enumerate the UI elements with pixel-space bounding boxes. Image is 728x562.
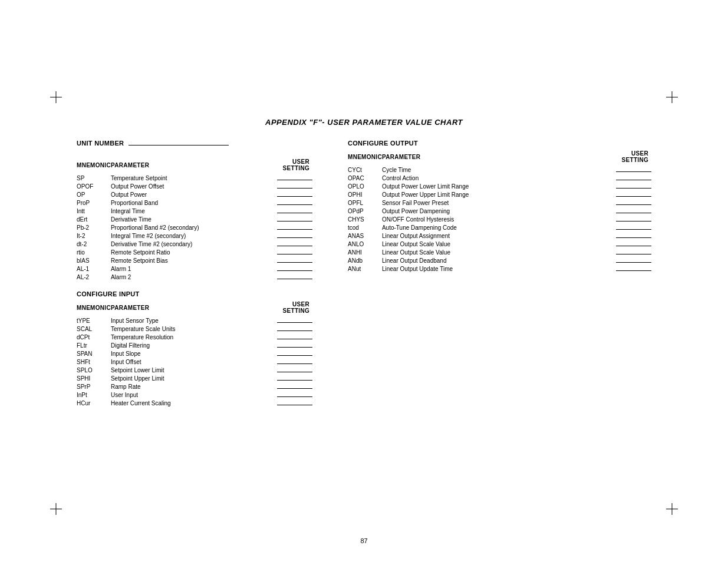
configure-input-section: CONFIGURE INPUT MNEMONIC PARAMETER USER … <box>77 290 312 407</box>
configure-input-title: CONFIGURE INPUT <box>77 290 312 297</box>
crosshair-bottom-left <box>50 503 62 515</box>
mnemonic-cell: SPrP <box>77 382 111 391</box>
parameter-cell: Integral Time <box>111 207 265 215</box>
setting-line <box>277 246 312 246</box>
main-parameter-table: MNEMONIC PARAMETER USER SETTING SP Tempe… <box>77 158 312 281</box>
mnemonic-cell: ProP <box>77 199 111 207</box>
parameter-cell: Output Power Lower Limit Range <box>382 182 604 190</box>
setting-cell <box>265 382 312 391</box>
setting-cell <box>265 349 312 358</box>
parameter-cell: Linear Output Deadband <box>382 256 604 265</box>
parameter-cell: Sensor Fail Power Preset <box>382 199 604 207</box>
setting-cell <box>265 333 312 341</box>
setting-line <box>277 347 312 348</box>
mnemonic-cell: SPAN <box>77 349 111 358</box>
input-table-row: InPt User Input <box>77 391 312 399</box>
output-table-row: tcod Auto-Tune Dampening Code <box>348 223 651 232</box>
setting-line <box>616 213 651 213</box>
main-table-row: OP Output Power <box>77 190 312 199</box>
setting-line <box>277 188 312 189</box>
output-table-row: CYCt Cycle Time <box>348 166 651 174</box>
setting-line <box>616 180 651 180</box>
setting-line <box>277 330 312 331</box>
setting-cell <box>265 174 312 182</box>
setting-line <box>277 196 312 197</box>
setting-cell <box>265 215 312 223</box>
parameter-cell: Output Power Dampening <box>382 207 604 215</box>
setting-cell <box>265 232 312 240</box>
output-table-row: OPdP Output Power Dampening <box>348 207 651 215</box>
parameter-cell: Proportional Band #2 (secondary) <box>111 223 265 232</box>
crosshair-bottom-right <box>666 503 678 515</box>
mnemonic-cell: SPLO <box>77 366 111 374</box>
parameter-cell: Linear Output Scale Value <box>382 248 604 256</box>
output-table-row: ANLO Linear Output Scale Value <box>348 240 651 248</box>
crosshair-top-left <box>50 91 62 103</box>
main-table-row: AL-1 Alarm 1 <box>77 265 312 273</box>
output-table-row: CHYS ON/OFF Control Hysteresis <box>348 215 651 223</box>
setting-line <box>277 405 312 405</box>
mnemonic-cell: Pb-2 <box>77 223 111 232</box>
mnemonic-cell: ANut <box>348 265 382 273</box>
mnemonic-cell: CHYS <box>348 215 382 223</box>
main-table-row: SP Temperature Setpoint <box>77 174 312 182</box>
setting-line <box>616 246 651 246</box>
output-table-row: ANHI Linear Output Scale Value <box>348 248 651 256</box>
mnemonic-cell: ANAS <box>348 232 382 240</box>
page: APPENDIX "F"- USER PARAMETER VALUE CHART… <box>0 0 728 562</box>
input-header-parameter: PARAMETER <box>111 301 265 316</box>
setting-cell <box>265 358 312 366</box>
setting-cell <box>265 256 312 265</box>
setting-cell <box>604 174 651 182</box>
mnemonic-cell: InPt <box>77 391 111 399</box>
mnemonic-cell: SHFt <box>77 358 111 366</box>
main-header-mnemonic: MNEMONIC <box>77 158 111 174</box>
mnemonic-cell: ANHI <box>348 248 382 256</box>
setting-cell <box>265 341 312 349</box>
setting-line <box>277 254 312 254</box>
mnemonic-cell: OP <box>77 190 111 199</box>
input-table-row: FLtr Digital Filtering <box>77 341 312 349</box>
setting-line <box>277 396 312 397</box>
main-table-row: Pb-2 Proportional Band #2 (secondary) <box>77 223 312 232</box>
mnemonic-cell: dt-2 <box>77 240 111 248</box>
main-table-row: rtio Remote Setpoint Ratio <box>77 248 312 256</box>
setting-cell <box>604 256 651 265</box>
main-table-row: OPOF Output Power Offset <box>77 182 312 190</box>
parameter-cell: Auto-Tune Dampening Code <box>382 223 604 232</box>
output-table-row: ANut Linear Output Update Time <box>348 265 651 273</box>
mnemonic-cell: SP <box>77 174 111 182</box>
setting-line <box>616 171 651 172</box>
page-title: APPENDIX "F"- USER PARAMETER VALUE CHART <box>77 118 651 127</box>
configure-output-table: MNEMONIC PARAMETER USER SETTING CYCt Cyc… <box>348 150 651 273</box>
mnemonic-cell: ANLO <box>348 240 382 248</box>
input-header-mnemonic: MNEMONIC <box>77 301 111 316</box>
right-column: CONFIGURE OUTPUT MNEMONIC PARAMETER USER… <box>348 140 651 416</box>
main-content: APPENDIX "F"- USER PARAMETER VALUE CHART… <box>77 118 651 416</box>
setting-line <box>277 339 312 339</box>
setting-cell <box>265 273 312 281</box>
setting-cell <box>265 248 312 256</box>
parameter-cell: Derivative Time <box>111 215 265 223</box>
parameter-cell: Derivative Time #2 (secondary) <box>111 240 265 248</box>
mnemonic-cell: SPHI <box>77 374 111 382</box>
mnemonic-cell: OPOF <box>77 182 111 190</box>
mnemonic-cell: tcod <box>348 223 382 232</box>
mnemonic-cell: ANdb <box>348 256 382 265</box>
setting-line <box>277 237 312 238</box>
setting-line <box>277 213 312 213</box>
setting-cell <box>265 240 312 248</box>
setting-cell <box>604 265 651 273</box>
parameter-cell: Control Action <box>382 174 604 182</box>
input-table-row: SPAN Input Slope <box>77 349 312 358</box>
parameter-cell: Output Power <box>111 190 265 199</box>
setting-line <box>616 204 651 205</box>
parameter-cell: Input Sensor Type <box>111 316 265 325</box>
mnemonic-cell: dErt <box>77 215 111 223</box>
parameter-cell: Integral Time #2 (secondary) <box>111 232 265 240</box>
configure-input-table: MNEMONIC PARAMETER USER SETTING tYPE Inp… <box>77 301 312 407</box>
parameter-cell: Temperature Resolution <box>111 333 265 341</box>
output-table-row: ANdb Linear Output Deadband <box>348 256 651 265</box>
setting-line <box>616 188 651 189</box>
setting-cell <box>604 223 651 232</box>
